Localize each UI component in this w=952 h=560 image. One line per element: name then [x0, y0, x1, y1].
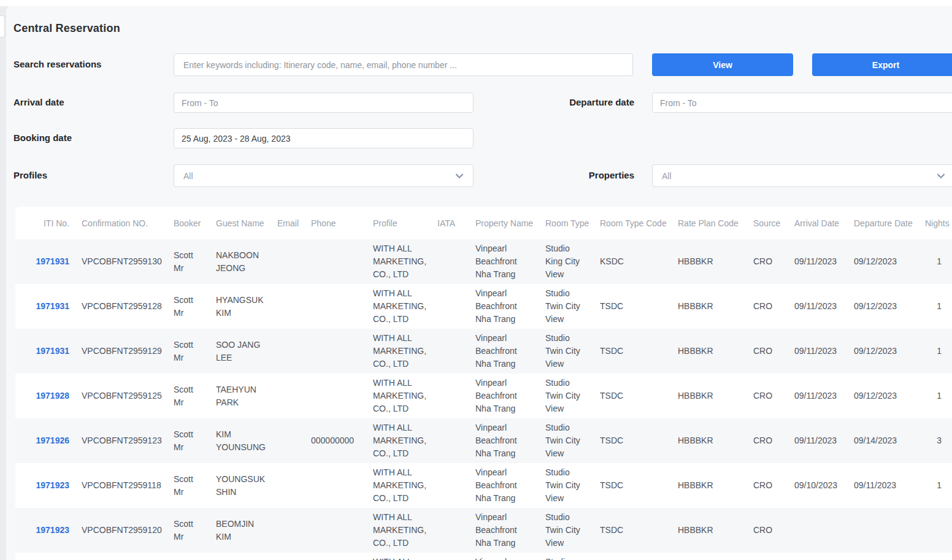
cell-booker: Scott Mr — [163, 374, 209, 418]
iti-link[interactable]: 1971928 — [36, 391, 69, 401]
cell-property-name: Vinpearl Beachfront Nha Trang — [466, 463, 540, 508]
cell-confirmation: VPCOBFNT2959128 — [74, 284, 163, 329]
cell-phone: 000000000 — [304, 418, 365, 463]
panel-edge-tab — [0, 15, 5, 37]
cell-rate-plan-code — [672, 553, 748, 560]
column-header-phone: Phone — [304, 207, 365, 239]
cell-phone — [304, 284, 365, 329]
central-reservation-panel: Central Reservation Search reservations … — [6, 6, 952, 560]
iti-link[interactable]: 1971923 — [36, 480, 69, 490]
departure-date-input[interactable] — [652, 93, 952, 113]
table-row: 1971931 VPCOBFNT2959128 Scott Mr HYANGSU… — [15, 284, 952, 329]
cell-phone — [304, 463, 365, 508]
cell-room-type-code: TSDC — [595, 284, 672, 329]
arrival-date-input[interactable] — [174, 93, 474, 113]
iti-link[interactable]: 1971931 — [36, 346, 69, 356]
cell-iti: 1971926 — [15, 418, 74, 463]
table-row: 1971926 VPCOBFNT2959123 Scott Mr KIM YOU… — [15, 418, 952, 463]
view-button[interactable]: View — [652, 53, 793, 76]
cell-source: CRO — [748, 418, 788, 463]
iti-link[interactable]: 1971923 — [36, 525, 69, 535]
search-input[interactable] — [174, 53, 633, 76]
cell-guest-name: SOO JANG LEE — [209, 329, 273, 374]
cell-profile: WITH ALL MARKETING, CO., LTD — [365, 374, 432, 418]
cell-confirmation: VPCOBFNT2959118 — [74, 463, 163, 508]
cell-confirmation: VPCOBFNT2959120 — [74, 508, 163, 553]
search-label: Search reservations — [13, 58, 101, 71]
cell-property-name: Vinpearl Beachfront Nha Trang — [466, 239, 540, 284]
cell-nights — [920, 553, 952, 560]
export-button[interactable]: Export — [812, 53, 952, 76]
cell-booker: Scott Mr — [163, 463, 209, 508]
cell-property-name: Vinpearl Beachfront Nha Trang — [466, 329, 540, 374]
cell-room-type-code: KSDC — [595, 239, 672, 284]
cell-email — [273, 239, 304, 284]
table-row: 1971923 VPCOBFNT2959118 Scott Mr YOUNGSU… — [15, 463, 952, 508]
cell-property-name: Vinpearl Beachfront Nha Trang — [466, 553, 540, 560]
cell-rate-plan-code: HBBBKR — [672, 284, 748, 329]
cell-guest-name — [209, 553, 273, 560]
cell-iata — [432, 329, 466, 374]
chevron-down-icon — [936, 171, 946, 183]
column-header-iti-no: ITI No. — [15, 207, 74, 239]
page-title: Central Reservation — [13, 22, 120, 35]
cell-source: CRO — [748, 239, 788, 284]
cell-profile: WITH ALL MARKETING, CO., LTD — [365, 329, 432, 374]
cell-room-type-code: TSDC — [595, 374, 672, 418]
cell-email — [273, 463, 304, 508]
cell-departure-date — [848, 553, 920, 560]
cell-confirmation: VPCOBFNT2959125 — [74, 374, 163, 418]
cell-room-type: Studio Twin City View — [540, 374, 595, 418]
column-header-email: Email — [273, 207, 304, 239]
cell-booker: Scott Mr — [163, 284, 209, 329]
column-header-arrival-date: Arrival Date — [788, 207, 848, 239]
cell-profile: WITH ALL MARKETING, CO., LTD — [365, 463, 432, 508]
column-header-property-name: Property Name — [466, 207, 540, 239]
cell-room-type-code: TSDC — [595, 463, 672, 508]
cell-rate-plan-code: HBBBKR — [672, 463, 748, 508]
properties-select[interactable]: All — [652, 164, 952, 187]
booking-date-input[interactable] — [174, 128, 474, 148]
departure-date-label: Departure date — [436, 96, 634, 109]
cell-email — [273, 553, 304, 560]
cell-email — [273, 508, 304, 553]
iti-link[interactable]: 1971931 — [36, 301, 69, 311]
cell-phone — [304, 508, 365, 553]
column-header-iata: IATA — [432, 207, 466, 239]
profiles-select[interactable]: All — [174, 164, 474, 187]
cell-phone — [304, 553, 365, 560]
iti-link[interactable]: 1971931 — [36, 256, 69, 266]
cell-booker: Scott Mr — [163, 239, 209, 284]
cell-profile: WITH ALL MARKETING, CO., LTD — [365, 553, 432, 560]
cell-confirmation: VPCOBFNT2959130 — [74, 239, 163, 284]
cell-confirmation: VPCOBFNT2959129 — [74, 329, 163, 374]
cell-guest-name: TAEHYUN PARK — [209, 374, 273, 418]
cell-departure-date: 09/11/2023 — [848, 463, 920, 508]
column-header-departure-date: Departure Date — [848, 207, 920, 239]
cell-profile: WITH ALL MARKETING, CO., LTD — [365, 284, 432, 329]
cell-iata — [432, 239, 466, 284]
cell-source: CRO — [748, 508, 788, 553]
cell-arrival-date: 09/11/2023 — [788, 329, 848, 374]
cell-guest-name: BEOMJIN KIM — [209, 508, 273, 553]
cell-room-type-code: TSDC — [595, 418, 672, 463]
cell-source: CRO — [748, 374, 788, 418]
cell-iti: 1971931 — [15, 284, 74, 329]
top-strip — [0, 0, 952, 6]
booking-date-label: Booking date — [13, 132, 72, 144]
iti-link[interactable]: 1971926 — [36, 435, 69, 445]
cell-room-type-code — [595, 553, 672, 560]
cell-nights: 3 — [920, 418, 952, 463]
column-header-guest-name: Guest Name — [209, 207, 273, 239]
cell-property-name: Vinpearl Beachfront Nha Trang — [466, 284, 540, 329]
cell-iata — [432, 418, 466, 463]
cell-room-type-code: TSDC — [595, 508, 672, 553]
cell-iti — [15, 553, 74, 560]
cell-iti: 1971928 — [15, 374, 74, 418]
cell-iti: 1971923 — [15, 463, 74, 508]
cell-arrival-date: 09/11/2023 — [788, 374, 848, 418]
cell-confirmation — [74, 553, 163, 560]
cell-rate-plan-code: HBBBKR — [672, 418, 748, 463]
cell-booker: Scott Mr — [163, 329, 209, 374]
table-row: 1971931 VPCOBFNT2959130 Scott Mr NAKBOON… — [15, 239, 952, 284]
